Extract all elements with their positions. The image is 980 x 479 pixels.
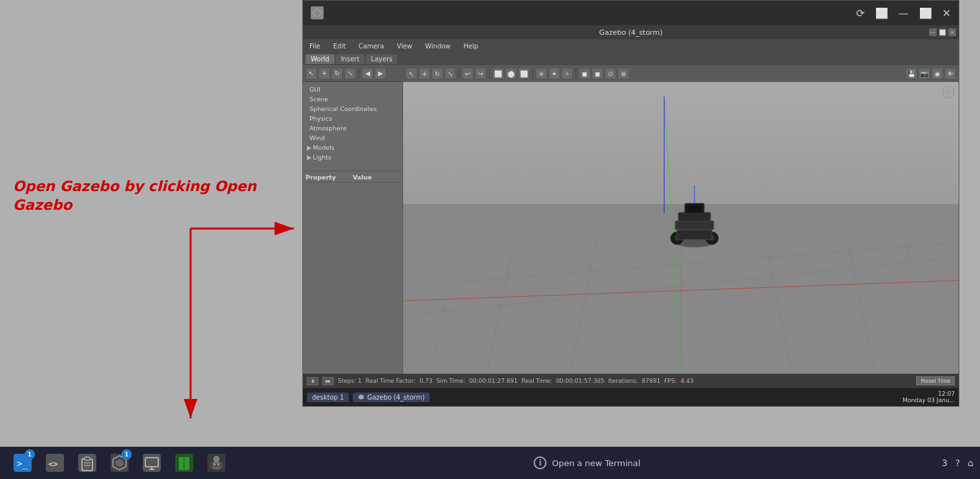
svg-line-14: [431, 228, 459, 374]
vp-cursor[interactable]: ↖: [406, 68, 417, 79]
toolbar-translate[interactable]: +: [318, 68, 330, 79]
tree-physics[interactable]: Physics: [304, 114, 401, 123]
menu-view[interactable]: View: [394, 42, 415, 50]
minimize-btn[interactable]: —: [899, 7, 909, 19]
vp-move[interactable]: ✛: [419, 68, 430, 79]
toolbar-scale[interactable]: ⤡: [344, 68, 356, 79]
vp-undo[interactable]: ↩: [462, 68, 474, 79]
models-arrow: ▶: [307, 144, 311, 151]
gazebo-titlebar: Gazebo (4_storm) — ⬜ ✕: [303, 25, 959, 39]
tree-wind[interactable]: Wind: [304, 133, 401, 143]
tab-insert[interactable]: Insert: [336, 54, 365, 64]
vp-box[interactable]: ⬜: [492, 68, 504, 79]
vp-obj2[interactable]: ◼: [592, 68, 603, 79]
pause-btn[interactable]: ⏸: [307, 377, 318, 385]
annotation-label: Open Gazebo by clicking Open Gazebo: [13, 178, 256, 213]
properties-panel: Property Value: [303, 170, 402, 374]
vp-paste[interactable]: ⊛: [618, 68, 629, 79]
svg-line-15: [903, 228, 931, 374]
terminal-info-area[interactable]: i Open a new Terminal: [233, 456, 942, 469]
svg-line-12: [764, 234, 792, 374]
vp-cam[interactable]: 📷: [919, 68, 930, 79]
sim-time-value: 00:00:01:27.891: [469, 378, 517, 384]
vp-light2[interactable]: ✦: [548, 68, 560, 79]
tab-layers[interactable]: Layers: [366, 54, 397, 64]
tb-ctrl-2[interactable]: ⬜: [939, 28, 946, 36]
vp-light3[interactable]: ✧: [561, 68, 573, 79]
menu-edit[interactable]: Edit: [331, 42, 348, 50]
svg-text:>_: >_: [17, 458, 28, 469]
tb-ctrl-1[interactable]: —: [929, 28, 937, 36]
monitor-icon: [143, 454, 161, 472]
taskbar-code[interactable]: <>: [39, 447, 71, 479]
iterations-value: 87891: [641, 378, 660, 384]
lights-arrow: ▶: [307, 154, 311, 161]
tree-scene[interactable]: Scene: [304, 94, 401, 104]
fps-value: 4.43: [680, 378, 693, 384]
svg-point-51: [214, 456, 219, 462]
toolbar-cursor[interactable]: ↖: [306, 68, 317, 79]
vp-scale[interactable]: ⤡: [444, 68, 456, 79]
vp-light1[interactable]: ✳: [536, 68, 547, 79]
maximize-btn[interactable]: ⬜: [919, 7, 932, 19]
refresh-btn[interactable]: ⟳: [856, 7, 864, 19]
gazebo-task-item[interactable]: Gazebo (4_storm): [353, 392, 430, 402]
vp-cyl[interactable]: ⬜: [518, 68, 530, 79]
tree-lights[interactable]: ▶Lights: [304, 152, 401, 162]
tile-btn[interactable]: ⬜: [875, 7, 888, 19]
desktop-task-item[interactable]: desktop 1: [307, 392, 349, 402]
vp-redo[interactable]: ↪: [475, 68, 486, 79]
menu-camera[interactable]: Camera: [356, 42, 386, 50]
robot-model: [659, 185, 730, 256]
vp-rec[interactable]: ◉: [932, 68, 943, 79]
open-terminal-label: Open a new Terminal: [552, 458, 640, 468]
window-chrome: ⟳ ⬜ — ⬜ ✕: [303, 1, 959, 25]
taskbar-clipboard[interactable]: [71, 447, 103, 479]
svg-text:<>: <>: [48, 460, 57, 469]
step-btn[interactable]: ⏭: [322, 377, 334, 385]
svg-point-54: [218, 464, 220, 465]
book-icon: [175, 454, 193, 472]
reset-time-btn[interactable]: Reset Time: [916, 376, 955, 385]
taskbar-right: 3 ? ⌂: [942, 458, 974, 468]
tabs-bar: World Insert Layers: [303, 52, 959, 65]
tb-ctrl-3[interactable]: ✕: [948, 28, 956, 36]
menu-file[interactable]: File: [307, 42, 323, 50]
close-btn[interactable]: ✕: [943, 7, 951, 19]
svg-line-9: [486, 243, 514, 374]
gazebo-title: Gazebo (4_storm): [599, 28, 663, 37]
tree-spherical[interactable]: Spherical Coordinates: [304, 104, 401, 114]
taskbar-book[interactable]: [168, 447, 200, 479]
taskbar-robot[interactable]: [200, 447, 233, 479]
taskbar-home[interactable]: ⌂: [968, 458, 974, 468]
toolbar-back[interactable]: ◀: [362, 68, 373, 79]
tree-atmosphere[interactable]: Atmosphere: [304, 123, 401, 133]
menu-window[interactable]: Window: [422, 42, 453, 50]
code-icon: <>: [46, 454, 64, 472]
viewport-toolbar: ↖ ✛ ↻ ⤡ ↩ ↪ ⬜ ⬤ ⬜ ✳ ✦ ✧: [403, 65, 959, 82]
vp-sphere[interactable]: ⬤: [505, 68, 517, 79]
vp-save[interactable]: 💾: [906, 68, 917, 79]
vp-rotate[interactable]: ↻: [432, 68, 443, 79]
taskbar-question[interactable]: ?: [955, 458, 960, 468]
svg-rect-55: [211, 463, 213, 467]
menu-help[interactable]: Help: [461, 42, 481, 50]
tree-gui[interactable]: GUI: [304, 85, 401, 94]
svg-line-13: [848, 243, 875, 374]
tree-models[interactable]: ▶Models: [304, 143, 401, 152]
vp-obj1[interactable]: ◼: [579, 68, 590, 79]
vp-eye[interactable]: 👁: [944, 68, 956, 79]
toolbar-fwd[interactable]: ▶: [375, 68, 386, 79]
clipboard-icon: [78, 454, 96, 472]
taskbar-monitor[interactable]: [136, 447, 168, 479]
vp-copy[interactable]: ⊙: [605, 68, 616, 79]
taskbar-terminal[interactable]: 1 >_: [6, 447, 39, 479]
viewport[interactable]: ↖ ✛ ↻ ⤡ ↩ ↪ ⬜ ⬤ ⬜ ✳ ✦ ✧: [403, 65, 959, 374]
taskbar-number: 3: [942, 458, 948, 468]
properties-body: [306, 184, 400, 371]
gazebo-badge: 1: [121, 449, 132, 460]
tab-world[interactable]: World: [306, 54, 335, 64]
toolbar-rotate[interactable]: ↻: [331, 68, 343, 79]
left-panel: ↖ + ↻ ⤡ ◀ ▶ GUI Scene Spherical Coordina…: [303, 65, 403, 374]
taskbar-gazebo[interactable]: 1: [103, 447, 136, 479]
